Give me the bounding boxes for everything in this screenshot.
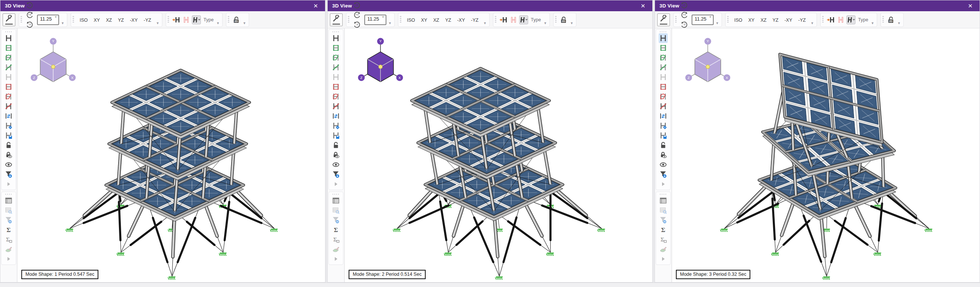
extrude-view-icon[interactable] <box>659 33 668 43</box>
sum-icon[interactable]: Σ <box>4 225 13 234</box>
view--xy-button[interactable]: -XY <box>127 18 141 23</box>
sum-selected-icon[interactable]: Σ <box>331 234 340 244</box>
view-iso-button[interactable]: ISO <box>77 18 91 23</box>
group-drag-handle[interactable] <box>21 16 22 24</box>
angle-dropdown-arrow[interactable]: ▼ <box>61 21 64 27</box>
display-options-button[interactable] <box>3 13 15 26</box>
frame-ghost-icon[interactable] <box>659 72 668 82</box>
viewport-3d[interactable]: YZX Mode Shape: 3 Period 0.32 Sec <box>672 29 980 282</box>
rotate-minus-x-button[interactable]: -X <box>25 0 34 10</box>
table-search-icon[interactable] <box>4 206 13 215</box>
sum-icon[interactable]: Σ <box>659 225 668 234</box>
rotate-minus-x-button[interactable]: -X <box>679 0 689 10</box>
unlock-model-icon[interactable] <box>4 140 13 150</box>
rotation-angle-input[interactable] <box>695 16 710 22</box>
panel-titlebar[interactable]: 3D View ✕ <box>655 0 980 11</box>
group-drag-handle[interactable] <box>73 16 74 24</box>
rotate-plusminus-y-button[interactable]: +Y <box>352 10 362 20</box>
frame-settings-icon[interactable] <box>659 121 668 131</box>
group-drag-handle[interactable] <box>167 16 169 24</box>
apply-to-frame-icon[interactable] <box>172 15 181 24</box>
lock-eye-icon[interactable] <box>331 150 340 160</box>
display-options-button[interactable] <box>330 13 343 26</box>
frame-slash-green-icon[interactable] <box>4 62 13 72</box>
frame-slash-red-icon[interactable] <box>4 101 13 111</box>
view-xz-button[interactable]: XZ <box>430 18 442 23</box>
frame-type-selected-icon[interactable] <box>192 15 201 24</box>
view--xy-button[interactable]: -XY <box>781 18 795 23</box>
view-xz-button[interactable]: XZ <box>757 18 769 23</box>
rotate-minus-y-button[interactable]: -Y <box>352 20 362 30</box>
lock-eye-icon[interactable] <box>4 150 13 160</box>
type-dropdown-arrow[interactable]: ▼ <box>871 21 874 27</box>
frame-ghost-icon[interactable] <box>4 72 13 82</box>
view-dropdown-arrow[interactable]: ▼ <box>483 21 487 27</box>
frame-slash-green-icon[interactable] <box>331 62 340 72</box>
table-list-icon[interactable] <box>4 196 13 206</box>
view--yz-button[interactable]: -YZ <box>795 18 809 23</box>
section-cut-red-icon[interactable] <box>4 92 13 101</box>
lock-2d-icon[interactable]: 2D <box>559 15 568 24</box>
shrink-objects-icon[interactable] <box>4 111 13 121</box>
close-icon[interactable]: ✕ <box>965 3 976 10</box>
angle-dropdown-arrow[interactable]: ▼ <box>716 21 719 27</box>
frame-ghost-icon[interactable] <box>331 72 340 82</box>
group-drag-handle[interactable] <box>348 16 349 24</box>
show-hide-icon[interactable] <box>4 160 13 169</box>
type-dropdown-arrow[interactable]: ▼ <box>544 21 547 27</box>
structure-3d-render[interactable]: YZX <box>672 29 980 282</box>
view--yz-button[interactable]: -YZ <box>141 18 154 23</box>
rotation-angle-input[interactable] <box>368 16 382 22</box>
more-tables-icon[interactable] <box>331 254 340 264</box>
table-list-icon[interactable] <box>331 196 340 206</box>
view-yz-button[interactable]: YZ <box>769 18 781 23</box>
rail-drag-handle[interactable] <box>332 30 339 33</box>
rail-drag-handle[interactable] <box>332 193 339 196</box>
unlock-model-icon[interactable] <box>331 140 340 150</box>
sum-icon[interactable]: Σ <box>331 225 340 234</box>
structure-3d-render[interactable]: YZX <box>345 29 652 282</box>
extrude-view-icon[interactable] <box>4 33 13 43</box>
show-hide-icon[interactable] <box>331 160 340 169</box>
frame-settings-icon[interactable] <box>4 121 13 131</box>
lock-eye-icon[interactable] <box>659 150 668 160</box>
panel-titlebar[interactable]: 3D View ✕ <box>0 0 325 11</box>
view-dropdown-arrow[interactable]: ▼ <box>811 21 814 27</box>
more-tools-icon[interactable] <box>4 179 13 189</box>
viewport-3d[interactable]: YZX Mode Shape: 1 Period 0.547 Sec <box>17 29 325 282</box>
group-drag-handle[interactable] <box>822 16 824 24</box>
apply-to-frame-icon[interactable] <box>499 15 508 24</box>
rail-drag-handle[interactable] <box>5 193 12 196</box>
show-hide-icon[interactable] <box>659 160 668 169</box>
table-list-icon[interactable] <box>659 196 668 206</box>
group-drag-handle[interactable] <box>675 16 677 24</box>
paint-results-icon[interactable] <box>331 244 340 254</box>
rail-drag-handle[interactable] <box>660 193 667 196</box>
filter-apply-icon[interactable] <box>659 169 668 179</box>
filter-apply-icon[interactable] <box>331 169 340 179</box>
frame-save-icon[interactable] <box>4 131 13 140</box>
rotate-minus-y-button[interactable]: -Y <box>25 20 34 30</box>
rotate-plusminus-y-button[interactable]: +Y <box>25 10 34 20</box>
filter-apply-icon[interactable] <box>4 169 13 179</box>
group-drag-handle[interactable] <box>495 16 496 24</box>
rotation-angle-input[interactable] <box>40 16 55 22</box>
view-xy-button[interactable]: XY <box>745 18 757 23</box>
joint-box-red-icon[interactable] <box>659 82 668 92</box>
extrude-view-icon[interactable] <box>331 33 340 43</box>
frame-type-selected-icon[interactable] <box>519 15 528 24</box>
rail-drag-handle[interactable] <box>5 30 12 33</box>
apply-to-frame-icon[interactable] <box>826 15 835 24</box>
group-drag-handle[interactable] <box>228 16 229 24</box>
viewport-3d[interactable]: YZX Mode Shape: 2 Period 0.514 Sec <box>345 29 652 282</box>
more-tables-icon[interactable] <box>4 254 13 264</box>
panel-titlebar[interactable]: 3D View ✕ <box>328 0 652 11</box>
sum-selected-icon[interactable]: Σ <box>4 234 13 244</box>
joint-extrude-green-icon[interactable] <box>4 43 13 53</box>
paint-results-icon[interactable] <box>659 244 668 254</box>
frame-pink-icon[interactable] <box>836 15 845 24</box>
frame-save-icon[interactable] <box>331 131 340 140</box>
frame-slash-red-icon[interactable] <box>659 101 668 111</box>
frame-pink-icon[interactable] <box>509 15 518 24</box>
lock-2d-icon[interactable]: 2D <box>886 15 896 24</box>
